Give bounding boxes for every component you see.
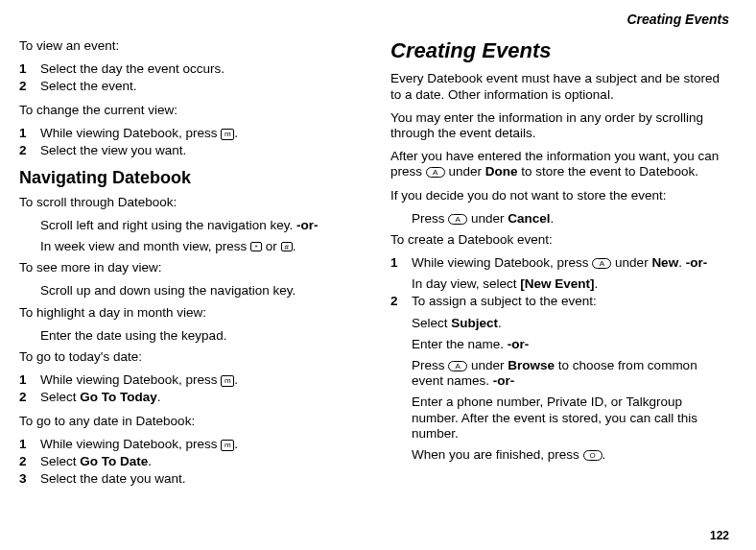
change-view-intro: To change the current view: [19,103,358,118]
done-label: Done [485,164,518,179]
creating-p1: Every Datebook event must have a subject… [390,71,729,102]
text: Select [412,316,451,330]
page-number: 122 [710,529,729,542]
step-text: Select the event. [40,79,137,93]
step-text-tail: . [157,390,161,404]
text: under [467,211,508,226]
change-view-step-1: 1While viewing Datebook, press m. [19,126,358,141]
text: . [551,211,555,226]
soft-key-icon: A [426,167,445,178]
text: . [678,255,686,270]
step-text-tail: . [234,126,238,140]
text: to store the event to Datebook. [518,164,698,179]
any-date-step-3: 3Select the date you want. [19,471,358,487]
any-date-intro: To go to any date in Datebook: [19,414,358,429]
cancel-label: Cancel [508,211,550,226]
text: Enter the name. [412,337,508,351]
today-intro: To go to today's date: [19,349,358,365]
view-event-step-2: 2Select the event. [19,79,358,94]
any-date-step-1: 1While viewing Datebook, press m. [19,437,358,452]
soft-key-icon: A [448,361,467,371]
scroll-intro: To scroll through Datebook: [19,195,358,210]
ok-key-icon: O [583,450,602,461]
step-text: While viewing Datebook, press [40,126,221,140]
new-label: New [651,255,678,270]
text: Press [412,358,448,372]
or-text: -or- [508,337,530,351]
create-step-1: 1 While viewing Datebook, press A under … [390,255,729,292]
scroll-line-1: Scroll left and right using the navigati… [19,218,358,233]
text: under [467,358,508,372]
step-text: Select [40,390,80,404]
text: While viewing Datebook, press [412,255,592,270]
view-event-intro: To view an event: [19,38,358,54]
navigating-heading: Navigating Datebook [19,168,358,189]
text: . [595,276,599,291]
decide-line: Press A under Cancel. [390,211,729,227]
highlight-intro: To highlight a day in month view: [19,305,358,321]
more-day-line: Scroll up and down using the navigation … [19,283,358,299]
text: In week view and month view, press [40,239,250,253]
creating-events-heading: Creating Events [390,38,729,63]
menu-key-icon: m [221,129,234,140]
step-text: Select the day the event occurs. [40,61,224,76]
or-text: -or- [296,218,319,232]
or-text: -or- [686,255,708,270]
text: or [262,239,281,253]
scroll-line-2: In week view and month view, press * or … [19,239,358,254]
or-text: -or- [493,373,515,388]
star-key-icon: * [250,242,262,251]
running-header: Creating Events [626,12,729,28]
creating-p2: You may enter the information in any ord… [390,110,729,141]
text: . [498,316,502,330]
soft-key-icon: A [592,258,611,269]
new-event-label: [New Event] [520,276,594,291]
any-date-step-2: 2Select Go To Date. [19,454,358,469]
text: In day view, select [412,276,520,291]
creating-p3: After you have entered the information y… [390,149,729,179]
step-text: Select [40,454,80,468]
step-text-tail: . [234,372,238,387]
content-columns: To view an event: 1Select the day the ev… [19,38,729,521]
text: under [445,164,485,179]
step-text: While viewing Datebook, press [40,372,221,387]
step-text: Select the date you want. [40,471,186,486]
decide-intro: If you decide you do not want to store t… [390,188,729,203]
text: Enter a phone number, Private ID, or Tal… [412,395,697,440]
text: When you are finished, press [412,447,583,462]
step-text-tail: . [148,454,152,468]
go-to-date: Go To Date [80,454,148,468]
today-step-1: 1While viewing Datebook, press m. [19,372,358,388]
soft-key-icon: A [448,214,467,225]
today-step-2: 2Select Go To Today. [19,390,358,405]
step-text: Select the view you want. [40,143,186,157]
hash-key-icon: # [281,242,293,251]
subject-label: Subject [451,316,498,330]
text: . [602,447,606,462]
menu-key-icon: m [221,440,234,451]
go-to-today: Go To Today [80,390,157,404]
menu-key-icon: m [221,375,234,387]
create-step-2: 2 To assign a subject to the event: Sele… [390,294,729,463]
view-event-step-1: 1Select the day the event occurs. [19,61,358,77]
create-intro: To create a Datebook event: [390,232,729,248]
browse-label: Browse [508,358,555,372]
text: Scroll left and right using the navigati… [40,218,296,232]
text: under [611,255,651,270]
text: Press [412,211,448,226]
highlight-line: Enter the date using the keypad. [19,328,358,344]
text: . [293,239,296,253]
step-text-tail: . [234,437,238,451]
text: To assign a subject to the event: [412,294,597,308]
step-text: While viewing Datebook, press [40,437,221,451]
change-view-step-2: 2Select the view you want. [19,143,358,158]
more-day-intro: To see more in day view: [19,260,358,275]
